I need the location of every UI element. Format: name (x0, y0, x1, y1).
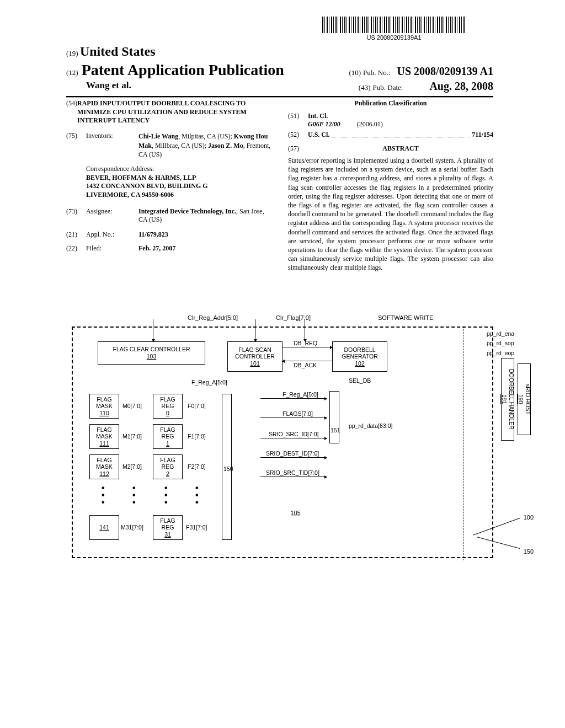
sig-f0: F0[7:0] (188, 403, 206, 409)
code-57: (57) (288, 144, 308, 153)
sig-db-ack: DB_ACK (294, 362, 317, 368)
invention-title: RAPID INPUT/OUTPUT DOORBELL COALESCING T… (77, 99, 271, 125)
block-flag-mask-0: FLAG MASK110 (89, 394, 119, 419)
sig-m31: M31[7:0] (121, 524, 143, 531)
assignee-name: Integrated Device Technology, Inc. (138, 207, 236, 215)
publication-number: US 2008/0209139 A1 (397, 65, 493, 77)
sig-f-reg-a-1: F_Reg_A[5:0] (191, 379, 227, 386)
assignee-label: Assignee: (86, 207, 138, 224)
pub-date-label: Pub. Date: (373, 83, 403, 92)
block-flag-scan-controller: FLAG SCAN CONTROLLER 101 (227, 341, 282, 372)
barcode-area: US 20080209139A1 (322, 17, 466, 41)
abstract-text: Status/error reporting is implemented us… (288, 156, 493, 272)
appl-label: Appl. No.: (86, 231, 138, 239)
intcl-label: Int. Cl. (308, 112, 328, 120)
block-flag-mask-2: FLAG MASK112 (89, 454, 119, 479)
block-flag-reg-2: FLAG REG2 (153, 454, 183, 479)
sig-pp-rd-data: pp_rd_data[63:0] (349, 422, 392, 429)
sig-software-write: SOFTWARE WRITE (378, 314, 433, 321)
publication-type: Patent Application Publication (82, 61, 284, 79)
correspondence-name: BEVER, HOFFMAN & HARMS, LLP (86, 174, 271, 183)
sig-srio-dest-id: SRIO_DEST_ID[7:0] (266, 450, 319, 457)
inventors-label: Inventors: (86, 132, 138, 159)
reg-105: 105 (291, 510, 301, 516)
mux-150-label: 150 (223, 465, 233, 472)
sig-clr-reg-addr: Clr_Reg_Addr[5:0] (188, 314, 238, 321)
header: (19) United States (12) Patent Applicati… (66, 44, 493, 98)
sig-db-req: DB_REQ (294, 340, 317, 346)
filed-label: Filed: (86, 244, 138, 253)
figure-diagram: Clr_Reg_Addr[5:0] Clr_Flag[7:0] SOFTWARE… (72, 314, 493, 558)
publication-date: Aug. 28, 2008 (429, 80, 493, 92)
sig-m1: M1[7:0] (122, 433, 142, 440)
mux-151-label: 151 (331, 427, 340, 433)
pub-no-label: Pub. No.: (363, 68, 390, 77)
ref-100: 100 (524, 514, 534, 521)
sig-srio-src-tid: SRIO_SRC_TID[7:0] (266, 469, 319, 476)
sig-sel-db: SEL_DB (349, 377, 371, 384)
sig-flags: FLAGS[7:0] (282, 410, 313, 417)
ref-150: 150 (524, 548, 534, 555)
block-flag-mask-31: 141 (89, 515, 119, 540)
sig-pp-rd-eop: pp_rd_eop (487, 350, 525, 356)
block-srio-host: sRIO HOST 190 (518, 363, 531, 435)
correspondence-label: Correspondence Address: (86, 165, 271, 174)
code-51: (51) (288, 112, 308, 129)
uscl-value: 711/154 (472, 131, 493, 139)
block-flag-reg-31: FLAG REG31 (153, 515, 183, 540)
correspondence-city: LIVERMORE, CA 94550-6006 (86, 191, 271, 200)
sig-f-reg-a-2: F_Reg_A[5:0] (282, 391, 318, 398)
code-21: (21) (66, 231, 86, 239)
block-doorbell-generator: DOORBELL GENERATOR 102 (332, 341, 387, 372)
barcode-graphic (322, 17, 466, 33)
sig-f1: F1[7:0] (188, 433, 206, 440)
correspondence-street: 1432 CONCANNON BLVD, BUILDING G (86, 182, 271, 191)
sig-pp-rd-ena: pp_rd_ena (487, 330, 525, 337)
sig-m2: M2[7:0] (122, 463, 142, 470)
block-doorbell-handler: DOORBELL HANDLER 191 (501, 358, 514, 441)
sig-srio-src-id: SRIO_SRC_ID[7:0] (269, 431, 318, 437)
authors: Wang et al. (86, 80, 131, 90)
block-flag-clear-controller: FLAG CLEAR CONTROLLER 103 (98, 341, 205, 365)
abstract-label: ABSTRACT (288, 144, 493, 153)
code-19: (19) (66, 49, 78, 57)
bibliographic-body: (54) RAPID INPUT/OUTPUT DOORBELL COALESC… (66, 99, 493, 272)
sig-pp-rd-sop: pp_rd_sop (487, 340, 525, 346)
classification-title: Publication Classification (288, 99, 493, 108)
barcode-id: US 20080209139A1 (322, 34, 466, 41)
code-43: (43) (359, 83, 371, 92)
uscl-label: U.S. Cl. (308, 131, 329, 138)
inventor-3: Jason Z. Mo (208, 142, 243, 149)
block-flag-mask-1: FLAG MASK111 (89, 424, 119, 449)
code-52: (52) (288, 131, 308, 139)
intcl-code: G06F 12/00 (308, 120, 340, 128)
inventor-1: Chi-Lie Wang (138, 132, 178, 140)
code-73: (73) (66, 207, 86, 224)
sig-m0: M0[7:0] (122, 403, 142, 409)
mux-151 (329, 391, 339, 443)
code-10: (10) (349, 68, 361, 77)
filed-date: Feb. 27, 2007 (138, 244, 175, 252)
application-number: 11/679,823 (138, 231, 168, 238)
code-22: (22) (66, 244, 86, 253)
code-75: (75) (66, 132, 86, 159)
sig-f2: F2[7:0] (188, 463, 206, 470)
code-12: (12) (66, 68, 78, 77)
code-54: (54) (66, 99, 77, 125)
country: United States (80, 44, 156, 58)
sig-clr-flag: Clr_Flag[7:0] (276, 314, 311, 321)
intcl-date: (2006.01) (357, 120, 383, 128)
block-flag-reg-1: FLAG REG1 (153, 424, 183, 449)
sig-f31: F31[7:0] (186, 524, 207, 531)
block-flag-reg-0: FLAG REG0 (153, 394, 183, 419)
